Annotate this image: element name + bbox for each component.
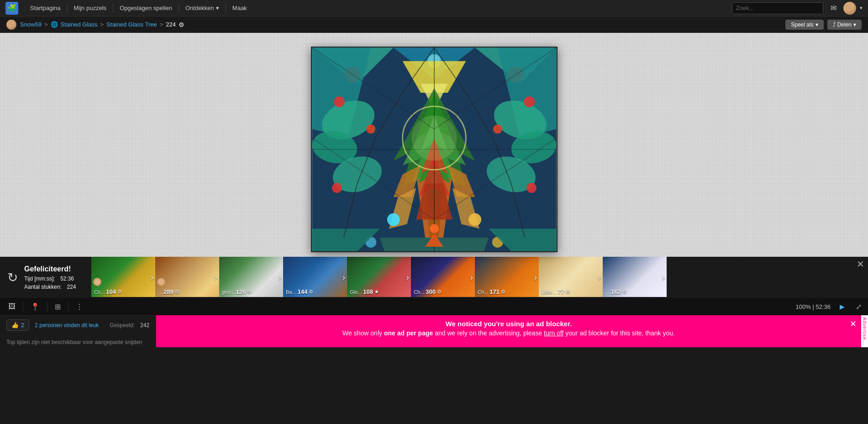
thumb-label-9: ... 162 ⚙ — [605, 288, 627, 295]
image-toolbar-icon[interactable]: 🖼 — [6, 301, 17, 313]
breadcrumb-sep-2: > — [100, 21, 104, 28]
like-persons-text[interactable]: 2 personen vinden dit leuk — [35, 322, 99, 329]
breadcrumb-sep-3: > — [160, 21, 163, 28]
thumb-9[interactable]: ... 162 ⚙ › — [603, 257, 667, 298]
progress-play-icon[interactable]: ▶ — [840, 303, 845, 310]
thumb-label-5: Glo... 108 ★ — [350, 288, 379, 295]
thumb-arrow-4[interactable]: › — [342, 273, 345, 282]
thumb-bg-3: gno... 126 ⚙ — [219, 257, 283, 297]
user-menu-chevron-icon[interactable]: ▾ — [860, 5, 863, 11]
thumb-name-8: Little... — [542, 289, 556, 295]
nav-my-puzzles[interactable]: Mijn puzzels — [68, 0, 113, 16]
thumb-name-9: ... — [605, 289, 610, 295]
thumb-arrow-1[interactable]: › — [151, 273, 153, 282]
thumb-arrow-6[interactable]: › — [470, 273, 473, 282]
stained-glass-svg — [312, 48, 557, 251]
thumb-bg-4: Ba... 144 ⚙ — [283, 257, 347, 297]
svg-point-48 — [430, 224, 439, 233]
thumb-bg-2: ... 289 ⚙ — [155, 257, 219, 297]
congrats-section: ↻ Gefeliciteerd! Tijd [mm:ss]: 52:36 Aan… — [0, 257, 91, 298]
thumb-2[interactable]: ... 289 ⚙ › — [155, 257, 219, 298]
thumb-name-1: Ch... — [94, 289, 105, 295]
nav-home[interactable]: Startpagina — [24, 0, 67, 16]
svg-point-20 — [524, 96, 535, 107]
thumb-bg-5: Glo... 108 ★ — [347, 257, 411, 297]
like-button[interactable]: 👍 2 — [6, 319, 29, 331]
ad-bold-text: one ad per page — [384, 329, 433, 337]
thumb-name-3: gno... — [222, 289, 235, 295]
pieces-line: Aantal stukken: 224 — [24, 283, 76, 291]
nav-saved-games[interactable]: Opgeslagen spellen — [113, 0, 179, 16]
thumb-3[interactable]: gno... 126 ⚙ › — [219, 257, 283, 298]
share-button[interactable]: ⤴ Delen ▾ — [827, 20, 862, 30]
thumb-5[interactable]: Glo... 108 ★ › — [347, 257, 411, 298]
thumb-arrow-7[interactable]: › — [534, 273, 537, 282]
svg-point-21 — [493, 124, 502, 133]
thumb-name-6: Ch... — [414, 289, 424, 295]
breadcrumb-user-link[interactable]: Snow59 — [20, 21, 42, 28]
thumb-count-4: 144 — [298, 288, 308, 295]
thumb-bg-9: ... 162 ⚙ — [603, 257, 667, 297]
location-toolbar-icon[interactable]: 📍 — [29, 301, 42, 313]
share-icon: ⤴ — [833, 21, 836, 28]
more-toolbar-icon[interactable]: ⋮ — [74, 301, 85, 313]
thumb-4[interactable]: Ba... 144 ⚙ › — [283, 257, 347, 298]
thumb-label-7: Ch... 171 ⚙ — [478, 288, 505, 295]
thumb-bg-8: Little... 77 ⚙ — [539, 257, 603, 297]
breadcrumb-puzzle-link[interactable]: Stained Glass Tree — [106, 21, 157, 28]
svg-point-22 — [526, 183, 537, 193]
globe-icon: 🌐 — [51, 21, 58, 28]
thumb-puzzle-icon-9: ⚙ — [622, 289, 627, 295]
thumb-puzzle-icon-2: ⚙ — [175, 289, 179, 295]
play-as-button[interactable]: Speel als ▾ — [785, 20, 823, 30]
time-line: Tijd [mm:ss]: 52:36 — [24, 275, 76, 283]
toolbar-sep-3 — [68, 302, 68, 311]
svg-point-17 — [333, 96, 344, 107]
breadcrumb-category-link[interactable]: Stained Glass — [61, 21, 98, 28]
thumb-name-7: Ch... — [478, 289, 488, 295]
ad-banner-body: We show only one ad per page and we rely… — [174, 329, 843, 337]
top-times-panel: Top tijden zijn niet beschikbaar voor aa… — [0, 334, 156, 350]
site-logo[interactable]: 🧩 — [5, 2, 18, 15]
nav-discover[interactable]: Ontdekken ▾ — [179, 0, 226, 16]
panel-close-button[interactable]: ✕ — [857, 260, 864, 269]
discover-chevron-icon: ▾ — [216, 5, 219, 11]
thumb-arrow-5[interactable]: › — [406, 273, 409, 282]
thumb-name-4: Ba... — [286, 289, 296, 295]
thumb-6[interactable]: Ch... 300 ⚙ › — [411, 257, 475, 298]
user-avatar[interactable] — [843, 2, 856, 15]
breadcrumb: Snow59 > 🌐 Stained Glass > Stained Glass… — [0, 16, 868, 33]
ad-turn-off-link[interactable]: turn off — [544, 329, 563, 337]
thumb-puzzle-icon-1: ⚙ — [117, 289, 122, 295]
refresh-icon[interactable]: ↻ — [7, 270, 18, 285]
mail-icon[interactable]: ✉ — [827, 2, 840, 15]
ad-close-button[interactable]: ✕ — [850, 319, 857, 329]
grid-toolbar-icon[interactable]: ⊞ — [53, 301, 63, 313]
breadcrumb-puzzle-icon: ⚙ — [179, 21, 184, 28]
thumbnail-strip: Ch... 104 ⚙ › ... 289 ⚙ › gno... — [91, 257, 868, 298]
share-chevron-icon: ▾ — [853, 21, 856, 28]
played-count: 242 — [140, 322, 149, 329]
thumb-arrow-9[interactable]: › — [662, 273, 665, 282]
congrats-title: Gefeliciteerd! — [24, 264, 76, 275]
puzzle-display-area — [0, 33, 868, 257]
thumb-1[interactable]: Ch... 104 ⚙ › — [91, 257, 155, 298]
thumb-puzzle-icon-6: ⚙ — [437, 289, 442, 295]
ad-row: We noticed you're using an ad blocker. W… — [156, 315, 868, 347]
ad-banner-title: We noticed you're using an ad blocker. — [174, 320, 843, 328]
nav-make[interactable]: Maak — [226, 0, 253, 16]
thumb-arrow-3[interactable]: › — [279, 273, 281, 282]
expand-toolbar-icon[interactable]: ⤢ — [856, 302, 862, 311]
progress-display: 100% | 52:36 — [796, 303, 831, 310]
bottom-panel: ↻ Gefeliciteerd! Tijd [mm:ss]: 52:36 Aan… — [0, 257, 868, 298]
played-label: Gespeeld: — [110, 322, 135, 329]
thumb-arrow-2[interactable]: › — [215, 273, 217, 282]
svg-point-47 — [411, 116, 457, 161]
thumb-label-4: Ba... 144 ⚙ — [286, 288, 313, 295]
thumb-label-8: Little... 77 ⚙ — [542, 288, 570, 295]
search-input[interactable] — [732, 2, 823, 14]
thumb-8[interactable]: Little... 77 ⚙ › — [539, 257, 603, 298]
thumb-7[interactable]: Ch... 171 ⚙ › — [475, 257, 539, 298]
thumb-arrow-8[interactable]: › — [598, 273, 601, 282]
thumb-count-8: 77 — [558, 288, 564, 295]
